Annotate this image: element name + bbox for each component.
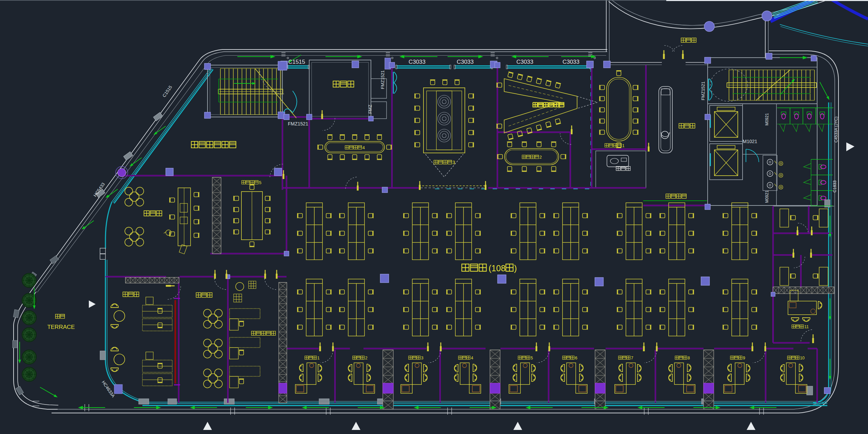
svg-text:C3033: C3033 xyxy=(457,59,474,65)
svg-text:FMZ1521: FMZ1521 xyxy=(288,121,308,126)
svg-text:2: 2 xyxy=(539,155,542,160)
svg-text:FMZ1521: FMZ1521 xyxy=(380,70,385,89)
svg-text:3: 3 xyxy=(421,356,423,360)
svg-text:FMZ: FMZ xyxy=(368,105,373,114)
svg-text:C3033: C3033 xyxy=(563,59,579,65)
svg-text:M0921: M0921 xyxy=(765,190,769,203)
svg-text:M1021: M1021 xyxy=(743,139,757,144)
svg-text:7: 7 xyxy=(631,356,633,360)
svg-text:1: 1 xyxy=(317,356,320,360)
svg-text:C1833: C1833 xyxy=(832,180,837,193)
svg-text:10: 10 xyxy=(800,356,805,360)
svg-text:4: 4 xyxy=(362,145,365,150)
svg-text:5: 5 xyxy=(259,180,261,185)
svg-text:11: 11 xyxy=(804,324,809,329)
svg-text:): ) xyxy=(514,263,517,273)
svg-text:5: 5 xyxy=(531,356,533,360)
svg-text:6: 6 xyxy=(575,356,577,360)
svg-text:9: 9 xyxy=(743,356,745,360)
svg-text:TERRACE: TERRACE xyxy=(47,324,75,330)
svg-text:C3033: C3033 xyxy=(516,59,533,65)
svg-text:C4533A (JYC): C4533A (JYC) xyxy=(834,117,839,143)
svg-text:FMZ1521: FMZ1521 xyxy=(701,81,706,100)
svg-text:3: 3 xyxy=(453,160,455,165)
svg-text:M0921: M0921 xyxy=(765,113,769,125)
svg-text:(108: (108 xyxy=(489,263,506,273)
svg-text:4: 4 xyxy=(471,356,473,360)
svg-text:C1515: C1515 xyxy=(288,59,305,65)
svg-text:8: 8 xyxy=(688,356,690,360)
svg-text:1: 1 xyxy=(622,143,625,148)
svg-text:2: 2 xyxy=(365,356,368,360)
svg-text:C3033: C3033 xyxy=(409,59,426,65)
